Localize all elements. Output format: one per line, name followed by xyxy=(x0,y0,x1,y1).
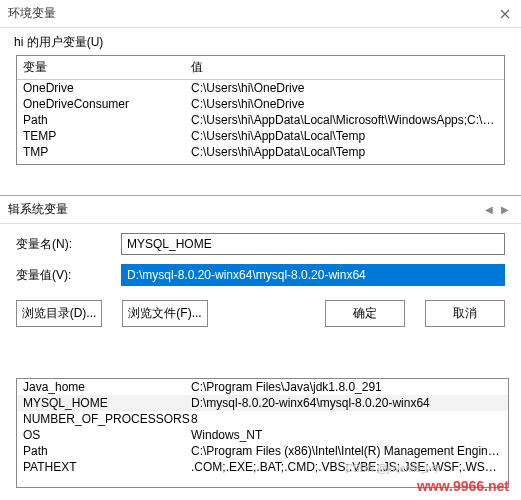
column-header-name[interactable]: 变量 xyxy=(23,59,191,76)
table-row[interactable]: PathC:\Users\hi\AppData\Local\Microsoft\… xyxy=(17,112,504,128)
chevron-left-icon[interactable]: ◀ xyxy=(481,204,497,215)
watermark-csdn: CSDN @juvenile少年 xyxy=(346,462,441,476)
cancel-button[interactable]: 取消 xyxy=(425,300,505,327)
table-row[interactable]: Java_homeC:\Program Files\Java\jdk1.8.0_… xyxy=(17,379,508,395)
table-row[interactable]: PathC:\Program Files (x86)\Intel\Intel(R… xyxy=(17,443,508,459)
user-vars-table[interactable]: 变量 值 OneDriveC:\Users\hi\OneDrive OneDri… xyxy=(16,55,505,165)
variable-name-label: 变量名(N): xyxy=(16,236,121,253)
variable-value-input[interactable]: D:\mysql-8.0.20-winx64\mysql-8.0.20-winx… xyxy=(121,264,505,286)
table-row[interactable]: OSWindows_NT xyxy=(17,427,508,443)
table-row[interactable]: OneDriveConsumerC:\Users\hi\OneDrive xyxy=(17,96,504,112)
variable-name-input[interactable] xyxy=(121,233,505,255)
edit-dialog-title: 辑系统变量 ◀ ▶ xyxy=(0,196,521,224)
watermark-site: www.9966.net xyxy=(417,478,509,494)
variable-value-label: 变量值(V): xyxy=(16,267,121,284)
ok-button[interactable]: 确定 xyxy=(325,300,405,327)
close-icon[interactable] xyxy=(497,6,513,22)
edit-system-variable-dialog: 辑系统变量 ◀ ▶ 变量名(N): 变量值(V): D:\mysql-8.0.2… xyxy=(0,195,521,377)
table-row[interactable]: NUMBER_OF_PROCESSORS8 xyxy=(17,411,508,427)
table-row[interactable]: TMPC:\Users\hi\AppData\Local\Temp xyxy=(17,144,504,160)
titlebar: 环境变量 xyxy=(0,0,521,28)
user-vars-group-label: hi 的用户变量(U) xyxy=(0,28,521,53)
browse-directory-button[interactable]: 浏览目录(D)... xyxy=(16,300,102,327)
table-row[interactable]: TEMPC:\Users\hi\AppData\Local\Temp xyxy=(17,128,504,144)
chevron-right-icon[interactable]: ▶ xyxy=(497,204,513,215)
column-header-value[interactable]: 值 xyxy=(191,59,498,76)
table-header: 变量 值 xyxy=(17,56,504,80)
dialog-title: 环境变量 xyxy=(8,5,497,22)
browse-file-button[interactable]: 浏览文件(F)... xyxy=(122,300,208,327)
table-row[interactable]: MYSQL_HOMED:\mysql-8.0.20-winx64\mysql-8… xyxy=(17,395,508,411)
table-row[interactable]: OneDriveC:\Users\hi\OneDrive xyxy=(17,80,504,96)
